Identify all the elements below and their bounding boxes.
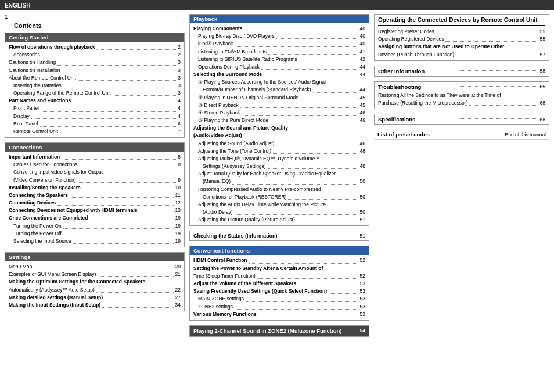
- toc-item: ② Playing in DENON Original Surround Mod…: [193, 94, 365, 102]
- convenient-functions-section: Convenient functions HDMI Control Functi…: [189, 246, 369, 320]
- toc-label: Adjusting the Picture Quality (Picture A…: [198, 216, 295, 224]
- middle-column: Playback Playing Components40Playing Blu…: [189, 14, 369, 389]
- toc-label: Restoring All the Settings to as They we…: [378, 92, 501, 99]
- toc-page: 55: [540, 28, 545, 35]
- toc-item: Playing Blu-ray Disc / DVD Players40: [193, 33, 365, 40]
- playback-header: Playback: [190, 15, 369, 23]
- toc-page: 44: [360, 71, 365, 78]
- checkbox-icon: [5, 23, 10, 28]
- toc-label: Connecting the Speakers: [9, 192, 68, 199]
- toc-label: Listening to FM/AM Broadcasts: [198, 48, 267, 56]
- operating-connected-section: Operating the Connected Devices by Remot…: [374, 14, 549, 61]
- toc-label: About the Remote Control Unit: [9, 74, 76, 82]
- toc-item: Conditions for Playback (RESTORER)50: [193, 193, 365, 201]
- toc-page: 55: [540, 35, 545, 43]
- toc-label: Automatically (Audyssey™ Auto Setup): [9, 286, 95, 294]
- toc-item: Restoring All the Settings to as They we…: [378, 92, 545, 99]
- toc-label: Menu Map: [9, 263, 32, 271]
- toc-label: MAIN ZONE settings: [198, 295, 244, 303]
- toc-page: 41: [360, 48, 365, 56]
- convenient-functions-title: Convenient functions: [193, 247, 250, 254]
- toc-item: Display4: [9, 113, 181, 120]
- toc-item: MAIN ZONE settings53: [193, 295, 365, 303]
- toc-page: 53: [360, 303, 365, 311]
- toc-item: Adjusting the Tone (Tone Control)48: [193, 148, 365, 155]
- toc-dots: [276, 38, 358, 39]
- toc-page: 46: [360, 140, 365, 148]
- toc-item: Installing/Setting the Speakers10: [9, 184, 181, 192]
- toc-dots: [57, 65, 176, 66]
- toc-dots: [270, 123, 358, 123]
- convenient-functions-content: HDMI Control Function52Setting the Power…: [190, 255, 369, 319]
- toc-page: 44: [360, 63, 365, 71]
- toc-dots: [113, 95, 177, 96]
- toc-item: Purchase (Resetting the Microprocessor)6…: [378, 99, 545, 107]
- settings-content: Menu Map20Examples of GUI Menu Screen Di…: [5, 261, 184, 311]
- toc-page: 50: [360, 178, 365, 185]
- toc-item: Settings (Audyssey Settings)48: [193, 163, 365, 170]
- toc-label: Making detailed settings (Manual Setup): [9, 294, 103, 301]
- toc-page: 2: [178, 51, 181, 59]
- page-number: 1: [5, 14, 185, 20]
- toc-label: Making the Input Settings (Input Setup): [9, 301, 100, 309]
- toc-label: ① Playing Sources According to the Sourc…: [198, 78, 326, 86]
- toc-dots: [31, 118, 176, 119]
- toc-item: Time (Sleep Timer Function)52: [193, 272, 365, 280]
- toc-page: 3: [178, 67, 181, 74]
- contents-header: Contents: [5, 22, 185, 29]
- toc-item: Adjusting the Sound (Audio Adjust)46: [193, 140, 365, 148]
- settings-title: Settings: [9, 254, 30, 260]
- toc-page: 19: [175, 230, 181, 238]
- settings-header: Settings: [5, 253, 184, 261]
- toc-dots: [257, 278, 358, 279]
- toc-item: Adjusting the Audio Delay Time while Wat…: [193, 201, 365, 208]
- toc-page: 48: [360, 163, 365, 170]
- troubleshooting-dots: [459, 86, 538, 87]
- toc-item: ① Playing Sources According to the Sourc…: [193, 78, 365, 86]
- toc-item: Converting Input video signals for Outpu…: [9, 168, 181, 176]
- toc-label: Various Memory Functions: [193, 311, 257, 318]
- toc-dots: [264, 77, 358, 77]
- other-info-title: Other Information: [378, 68, 457, 74]
- toc-dots: [63, 228, 174, 229]
- toc-item: Turning the Power Off19: [9, 230, 181, 238]
- toc-dots: [41, 111, 176, 112]
- toc-page: 22: [175, 286, 181, 294]
- toc-label: Purchase (Resetting the Microprocessor): [378, 99, 467, 107]
- toc-dots: [62, 73, 176, 73]
- toc-label: Connecting Devices: [9, 199, 56, 207]
- toc-page: 3: [178, 89, 181, 97]
- toc-label: Adjusting MultEQ®, Dynamic EQ™, Dynamic …: [198, 155, 320, 163]
- toc-item: Connecting Devices12: [9, 199, 181, 207]
- toc-dots: [40, 126, 177, 127]
- preset-codes-page: End of this manual: [505, 132, 546, 138]
- playback-section: Playback Playing Components40Playing Blu…: [189, 14, 369, 226]
- troubleshooting-title: Troubleshooting: [378, 84, 457, 90]
- toc-label: ② Playing in DENON Original Surround Mod…: [198, 94, 298, 102]
- toc-label: Settings (Audyssey Settings): [203, 163, 266, 170]
- zone2-title: Playing 2-Channel Sound in ZONE2 (Multiz…: [193, 328, 341, 335]
- toc-dots: [329, 293, 358, 294]
- toc-dots: [63, 236, 174, 236]
- toc-label: Operations During Playback: [198, 63, 260, 71]
- toc-dots: [288, 199, 358, 200]
- toc-item: Rear Panel6: [9, 120, 181, 128]
- toc-item: Automatically (Audyssey™ Auto Setup)22: [9, 286, 181, 294]
- toc-label: Format/Number of Channels (Standard Play…: [203, 86, 311, 93]
- toc-label: HDMI Control Function: [193, 257, 247, 264]
- toc-dots: [246, 301, 358, 302]
- toc-label: Playing Blu-ray Disc / DVD Players: [198, 33, 275, 40]
- other-info-page: 58: [540, 68, 545, 74]
- toc-dots: [261, 69, 358, 70]
- toc-dots: [297, 222, 358, 222]
- getting-started-section: Getting Started Flow of operations throu…: [5, 33, 185, 138]
- toc-item: Connecting Devices not Equipped with HDM…: [9, 207, 181, 214]
- top-bar: ENGLISH: [0, 0, 554, 10]
- toc-label: Adjust Tonal Quality for Each Speaker Us…: [198, 170, 336, 178]
- toc-item: Cautions on Installation3: [9, 67, 181, 74]
- operating-connected-title: Operating the Connected Devices by Remot…: [378, 16, 545, 26]
- toc-page: 27: [175, 294, 181, 301]
- toc-label: Operating Registered Devices: [378, 35, 444, 43]
- toc-label: Display: [13, 113, 30, 120]
- toc-page: 68: [540, 99, 545, 107]
